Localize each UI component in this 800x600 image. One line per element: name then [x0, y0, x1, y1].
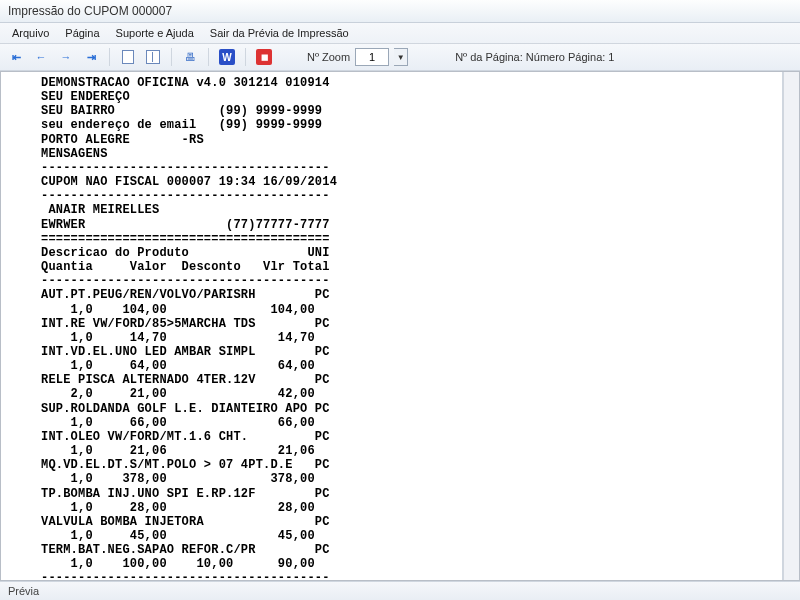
next-page-button[interactable]: → — [56, 47, 76, 67]
zoom-dropdown-button[interactable]: ▼ — [394, 48, 408, 66]
preview-workspace: DEMONSTRACAO OFICINA v4.0 301214 010914 … — [0, 71, 800, 581]
menu-sair[interactable]: Sair da Prévia de Impressão — [204, 25, 355, 41]
zoom-label: Nº Zoom — [307, 51, 350, 63]
menu-arquivo[interactable]: Arquivo — [6, 25, 55, 41]
toolbar-separator — [109, 48, 110, 66]
word-export-button[interactable]: W — [217, 47, 237, 67]
window-titlebar: Impressão do CUPOM 000007 — [0, 0, 800, 23]
toolbar-separator — [171, 48, 172, 66]
toolbar-separator — [245, 48, 246, 66]
receipt-content: DEMONSTRACAO OFICINA v4.0 301214 010914 … — [1, 72, 782, 580]
first-page-button[interactable]: ⇤ — [6, 47, 26, 67]
menu-suporte[interactable]: Suporte e Ajuda — [110, 25, 200, 41]
page-number-label: Nº da Página: Número Página: 1 — [455, 51, 614, 63]
toolbar: ⇤ ← → ⇥ 🖶 W ◼ Nº Zoom 1 ▼ Nº da Página: … — [0, 44, 800, 71]
vertical-scrollbar[interactable] — [783, 72, 799, 580]
double-page-button[interactable] — [143, 47, 163, 67]
prev-page-button[interactable]: ← — [31, 47, 51, 67]
status-bar: Prévia — [0, 581, 800, 600]
page-preview: DEMONSTRACAO OFICINA v4.0 301214 010914 … — [1, 72, 783, 580]
pdf-export-button[interactable]: ◼ — [254, 47, 274, 67]
menu-pagina[interactable]: Página — [59, 25, 105, 41]
window-title: Impressão do CUPOM 000007 — [8, 4, 172, 18]
word-icon: W — [219, 49, 235, 65]
zoom-input[interactable]: 1 — [355, 48, 389, 66]
menu-bar: Arquivo Página Suporte e Ajuda Sair da P… — [0, 23, 800, 44]
print-button[interactable]: 🖶 — [180, 47, 200, 67]
pdf-icon: ◼ — [256, 49, 272, 65]
last-page-button[interactable]: ⇥ — [81, 47, 101, 67]
toolbar-separator — [208, 48, 209, 66]
status-text: Prévia — [8, 585, 39, 597]
single-page-button[interactable] — [118, 47, 138, 67]
